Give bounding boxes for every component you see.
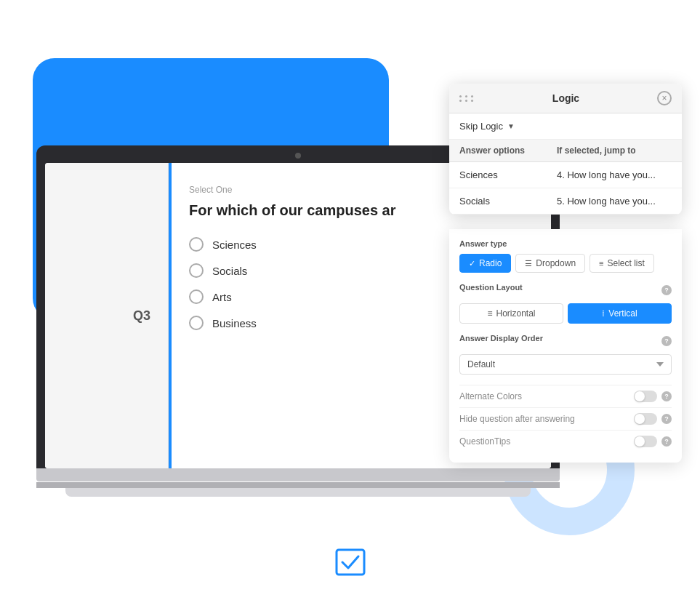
close-icon[interactable]: × xyxy=(657,91,672,105)
toggle-row-tips: QuestionTips ? xyxy=(459,430,672,452)
dropdown-icon: ☰ xyxy=(525,259,532,268)
toggle-right: ? xyxy=(634,436,672,447)
hide-after-answering-label: Hide question after answering xyxy=(459,414,575,424)
alternate-colors-label: Alternate Colors xyxy=(459,391,522,401)
radio-button[interactable]: ✓ Radio xyxy=(459,254,511,273)
laptop-foot xyxy=(65,488,531,497)
answer-label-4: Business xyxy=(212,317,257,329)
toggle-knob xyxy=(635,414,645,424)
svg-rect-0 xyxy=(337,550,364,575)
col-jump-to: If selected, jump to xyxy=(547,140,682,162)
radio-circle-2 xyxy=(189,263,204,278)
hide-after-answering-toggle[interactable] xyxy=(634,413,657,425)
hide-info-icon: ? xyxy=(661,414,672,424)
question-layout-label: Question Layout xyxy=(459,283,523,292)
q-number: Q3 xyxy=(133,308,150,324)
radio-circle-1 xyxy=(189,237,204,252)
col-answer-options: Answer options xyxy=(449,140,547,162)
answer-cell-2: Socials xyxy=(449,188,547,215)
horizontal-icon: ≡ xyxy=(487,308,492,319)
toggle-knob xyxy=(635,436,645,447)
laptop-base xyxy=(36,468,560,481)
layout-buttons: ≡ Horizontal ⁞ Vertical xyxy=(459,303,672,324)
question-layout-section: Question Layout ? ≡ Horizontal ⁞ Vertica… xyxy=(459,283,672,324)
select-list-button[interactable]: ≡ Select list xyxy=(590,254,654,273)
select-list-icon: ≡ xyxy=(599,259,603,268)
answer-label-1: Sciences xyxy=(212,239,257,251)
dropdown-label: Dropdown xyxy=(536,258,576,268)
skip-logic-label: Skip Logic xyxy=(459,121,503,132)
toggle-right: ? xyxy=(634,391,672,402)
skip-logic-row[interactable]: Skip Logic ▼ xyxy=(449,113,682,140)
horizontal-label: Horizontal xyxy=(496,308,535,319)
answer-type-buttons: ✓ Radio ☰ Dropdown ≡ Select list xyxy=(459,254,672,273)
dropdown-button[interactable]: ☰ Dropdown xyxy=(515,254,585,273)
radio-circle-3 xyxy=(189,289,204,304)
drag-icon xyxy=(459,95,475,102)
display-order-label: Answer Display Order xyxy=(459,334,543,343)
survey-sidebar: Q3 xyxy=(45,163,169,468)
question-tips-label: QuestionTips xyxy=(459,436,510,447)
tips-info-icon: ? xyxy=(661,436,672,447)
jump-cell-1: 4. How long have you... xyxy=(547,162,682,188)
drag-dot xyxy=(459,95,462,97)
settings-panel: Answer type ✓ Radio ☰ Dropdown ≡ Select … xyxy=(449,229,682,463)
vertical-layout-button[interactable]: ⁞ Vertical xyxy=(568,303,672,324)
vertical-icon: ⁞ xyxy=(602,308,605,319)
table-row: Sciences 4. How long have you... xyxy=(449,162,682,188)
logic-table: Answer options If selected, jump to Scie… xyxy=(449,140,682,215)
display-order-info-icon: ? xyxy=(661,336,672,346)
question-layout-info-icon: ? xyxy=(661,285,672,295)
laptop-hinge xyxy=(36,482,560,488)
radio-label: Radio xyxy=(479,258,502,268)
alternate-colors-toggle[interactable] xyxy=(634,391,657,402)
toggle-right: ? xyxy=(634,413,672,425)
toggle-row-alternate: Alternate Colors ? xyxy=(459,385,672,407)
question-tips-toggle[interactable] xyxy=(634,436,657,447)
drag-dot xyxy=(459,100,462,102)
vertical-label: Vertical xyxy=(608,308,637,319)
laptop-camera xyxy=(295,153,301,159)
logic-panel-title: Logic xyxy=(475,92,657,104)
checkbox-icon xyxy=(335,548,366,576)
radio-circle-4 xyxy=(189,316,204,330)
answer-label-2: Socials xyxy=(212,265,247,277)
display-order-select[interactable]: Default xyxy=(459,354,672,375)
toggle-knob xyxy=(635,391,645,401)
answer-type-label: Answer type xyxy=(459,239,672,248)
drag-dot xyxy=(471,95,473,97)
toggles-section: Alternate Colors ? Hide question after a… xyxy=(459,385,672,452)
jump-cell-2: 5. How long have you... xyxy=(547,188,682,215)
logic-panel-header: Logic × xyxy=(449,84,682,113)
drag-dot xyxy=(465,95,467,97)
drag-dot xyxy=(465,100,467,102)
answer-type-section: Answer type ✓ Radio ☰ Dropdown ≡ Select … xyxy=(459,239,672,273)
alternate-colors-info-icon: ? xyxy=(661,391,672,401)
table-row: Socials 5. How long have you... xyxy=(449,188,682,215)
bottom-icon-area xyxy=(335,548,366,579)
answer-label-3: Arts xyxy=(212,291,232,303)
toggle-row-hide: Hide question after answering ? xyxy=(459,407,672,430)
horizontal-layout-button[interactable]: ≡ Horizontal xyxy=(459,303,563,324)
radio-icon: ✓ xyxy=(469,259,475,268)
drag-dot xyxy=(471,100,473,102)
display-order-section: Answer Display Order ? Default xyxy=(459,334,672,375)
logic-panel: Logic × Skip Logic ▼ Answer options If s… xyxy=(449,84,682,215)
chevron-down-icon: ▼ xyxy=(507,122,515,130)
select-list-label: Select list xyxy=(607,258,644,268)
answer-cell-1: Sciences xyxy=(449,162,547,188)
